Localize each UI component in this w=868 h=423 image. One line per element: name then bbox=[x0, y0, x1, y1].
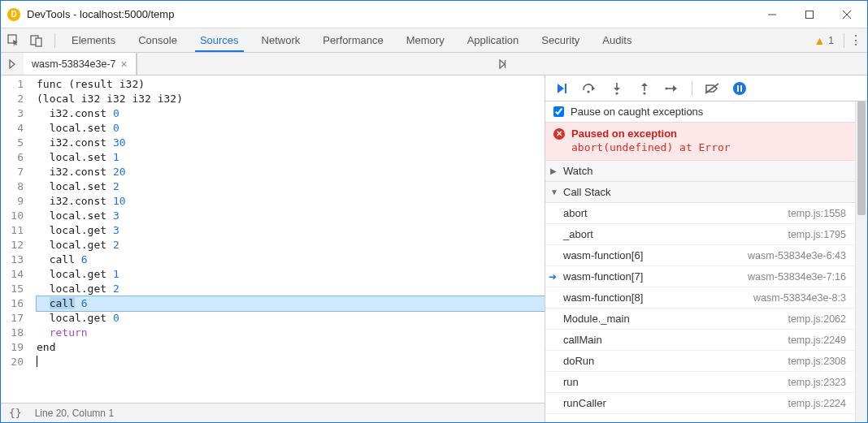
separator bbox=[54, 33, 55, 48]
frame-location: temp.js:2249 bbox=[788, 335, 861, 346]
frame-location: temp.js:2323 bbox=[788, 377, 861, 388]
code-content: func (result i32)(local i32 i32 i32 i32)… bbox=[32, 76, 545, 403]
resume-icon[interactable] bbox=[553, 80, 570, 97]
frame-function: abort bbox=[563, 207, 788, 219]
frame-function: _abort bbox=[563, 228, 788, 240]
panel-tab-application[interactable]: Application bbox=[456, 29, 531, 51]
inspect-element-icon[interactable] bbox=[4, 31, 24, 50]
paused-message-box: ✕ Paused on exception abort(undefined) a… bbox=[545, 123, 867, 161]
frame-function: doRun bbox=[563, 355, 788, 367]
warnings-badge[interactable]: ▲ 1 bbox=[814, 34, 834, 47]
device-toolbar-icon[interactable] bbox=[27, 31, 46, 50]
step-out-icon[interactable] bbox=[636, 80, 653, 97]
warning-icon: ▲ bbox=[814, 34, 825, 47]
step-over-icon[interactable] bbox=[581, 80, 597, 97]
chevron-down-icon: ▼ bbox=[550, 188, 560, 196]
pause-on-exceptions-icon[interactable] bbox=[731, 80, 748, 97]
paused-detail: abort(undefined) at Error bbox=[553, 141, 859, 153]
source-file-tab[interactable]: wasm-53834e3e-7 × bbox=[24, 53, 137, 75]
paused-title: Paused on exception bbox=[571, 127, 677, 140]
callstack-frame[interactable]: runCallertemp.js:2224 bbox=[545, 393, 867, 414]
svg-point-15 bbox=[665, 87, 667, 89]
step-icon[interactable] bbox=[664, 80, 680, 97]
frame-location: temp.js:2308 bbox=[788, 356, 861, 367]
window-title: DevTools - localhost:5000/temp bbox=[27, 8, 753, 20]
more-tabs-icon[interactable] bbox=[137, 53, 867, 75]
frame-location: temp.js:1795 bbox=[788, 229, 861, 240]
frame-function: runCaller bbox=[563, 397, 788, 409]
svg-rect-8 bbox=[565, 84, 566, 93]
frame-location: wasm-53834e3e-8:3 bbox=[753, 292, 861, 304]
devtools-panel-tabbar: ElementsConsoleSourcesNetworkPerformance… bbox=[1, 28, 867, 53]
window-titlebar: D DevTools - localhost:5000/temp bbox=[1, 1, 867, 28]
window-minimize-button[interactable] bbox=[753, 2, 791, 28]
navigator-toggle-icon[interactable] bbox=[1, 53, 24, 75]
window-maximize-button[interactable] bbox=[791, 2, 828, 28]
error-icon: ✕ bbox=[553, 128, 565, 140]
panel-tab-performance[interactable]: Performance bbox=[311, 29, 394, 51]
pretty-print-icon[interactable]: {} bbox=[9, 407, 22, 419]
panel-tab-network[interactable]: Network bbox=[250, 29, 312, 51]
chevron-right-icon: ▶ bbox=[550, 166, 560, 175]
panel-tab-console[interactable]: Console bbox=[127, 29, 189, 51]
panel-tab-memory[interactable]: Memory bbox=[395, 29, 456, 51]
panel-tab-security[interactable]: Security bbox=[530, 29, 591, 51]
current-frame-icon: ➔ bbox=[549, 271, 557, 283]
callstack-frame[interactable]: aborttemp.js:1558 bbox=[545, 203, 867, 224]
pause-on-caught-row[interactable]: Pause on caught exceptions bbox=[545, 101, 867, 123]
watch-section-label: Watch bbox=[563, 165, 592, 177]
svg-point-13 bbox=[643, 92, 645, 94]
source-file-tabbar: wasm-53834e3e-7 × bbox=[1, 53, 867, 76]
devtools-favicon: D bbox=[7, 8, 20, 21]
frame-function: run bbox=[563, 376, 788, 388]
panel-tab-elements[interactable]: Elements bbox=[60, 29, 127, 51]
frame-function: Module._main bbox=[563, 313, 788, 325]
callstack-section-label: Call Stack bbox=[563, 186, 611, 198]
editor-status-bar: {} Line 20, Column 1 bbox=[1, 403, 545, 422]
callstack-frame[interactable]: runtemp.js:2323 bbox=[545, 372, 867, 393]
svg-point-11 bbox=[615, 92, 618, 94]
watch-section-header[interactable]: ▶ Watch bbox=[545, 161, 867, 182]
frame-location: temp.js:2062 bbox=[788, 313, 861, 325]
window-close-button[interactable] bbox=[828, 2, 866, 28]
debugger-toolbar bbox=[545, 76, 867, 101]
callstack-frame[interactable]: wasm-function[6]wasm-53834e3e-6:43 bbox=[545, 245, 867, 266]
callstack-frame[interactable]: wasm-function[8]wasm-53834e3e-8:3 bbox=[545, 287, 867, 309]
panel-tab-audits[interactable]: Audits bbox=[591, 29, 643, 51]
callstack-frame[interactable]: _aborttemp.js:1795 bbox=[545, 224, 867, 245]
line-number-gutter: 1234567891011121314151617181920 bbox=[1, 76, 32, 403]
deactivate-breakpoints-icon[interactable] bbox=[704, 80, 720, 97]
callstack-section-header[interactable]: ▼ Call Stack bbox=[545, 182, 867, 203]
scrollbar[interactable] bbox=[855, 101, 867, 422]
frame-function: wasm-function[8] bbox=[563, 291, 753, 304]
separator bbox=[844, 33, 844, 48]
svg-point-9 bbox=[587, 90, 589, 93]
callstack-frame[interactable]: Module._maintemp.js:2062 bbox=[545, 309, 867, 330]
panel-tab-sources[interactable]: Sources bbox=[189, 29, 250, 51]
more-options-icon[interactable]: ⋮ bbox=[848, 31, 864, 50]
callstack-frame[interactable]: callMaintemp.js:2249 bbox=[545, 330, 867, 351]
frame-location: temp.js:1558 bbox=[788, 208, 861, 219]
close-file-icon[interactable]: × bbox=[121, 58, 128, 71]
svg-rect-6 bbox=[36, 38, 41, 46]
frame-location: wasm-53834e3e-6:43 bbox=[748, 250, 861, 261]
scrollbar-thumb[interactable] bbox=[857, 101, 866, 215]
callstack-frame[interactable]: doRuntemp.js:2308 bbox=[545, 351, 867, 372]
warnings-count: 1 bbox=[828, 35, 834, 46]
frame-location: temp.js:2224 bbox=[788, 398, 861, 409]
svg-rect-1 bbox=[806, 11, 814, 18]
frame-function: wasm-function[6] bbox=[563, 249, 748, 261]
step-into-icon[interactable] bbox=[609, 80, 625, 97]
callstack-frame[interactable]: ➔wasm-function[7]wasm-53834e3e-7:16 bbox=[545, 266, 867, 287]
pause-on-caught-checkbox[interactable] bbox=[553, 106, 564, 117]
source-file-name: wasm-53834e3e-7 bbox=[32, 58, 116, 70]
code-editor[interactable]: 1234567891011121314151617181920 func (re… bbox=[1, 76, 545, 403]
cursor-position: Line 20, Column 1 bbox=[35, 408, 114, 419]
frame-location: wasm-53834e3e-7:16 bbox=[748, 271, 861, 283]
pause-on-caught-label: Pause on caught exceptions bbox=[571, 106, 703, 118]
frame-function: callMain bbox=[563, 334, 788, 346]
frame-function: wasm-function[7] bbox=[563, 270, 748, 283]
separator bbox=[692, 81, 692, 96]
